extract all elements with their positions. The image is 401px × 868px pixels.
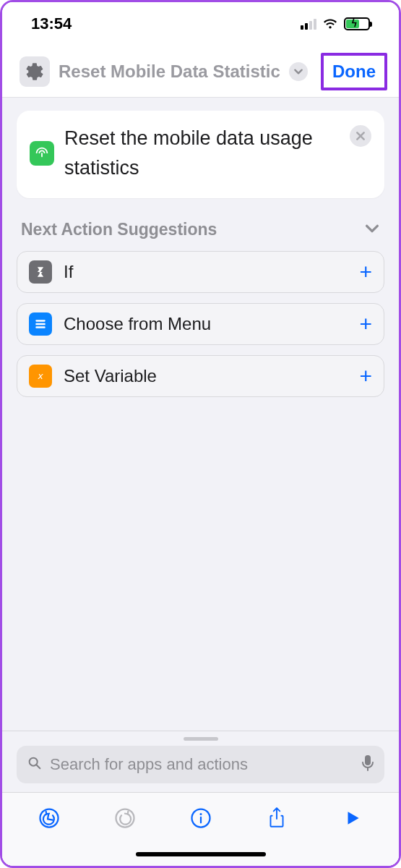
done-button[interactable]: Done [321,53,387,90]
share-button[interactable] [261,802,293,834]
redo-button [109,802,141,834]
suggestion-label: Choose from Menu [64,314,348,334]
action-card[interactable]: Reset the mobile data usage statistics [17,111,384,198]
toolbar [2,792,399,843]
suggestion-label: Set Variable [64,366,348,386]
drag-handle[interactable] [2,731,399,746]
add-suggestion-button[interactable]: + [359,313,372,335]
title-menu-chevron-icon[interactable] [289,62,308,81]
svg-rect-1 [35,323,45,326]
shortcut-title[interactable]: Reset Mobile Data Statistics [59,61,280,82]
clear-action-button[interactable] [350,125,371,147]
svg-text:x: x [38,370,44,381]
battery-icon: ϟ [344,17,370,30]
variable-icon: x [29,365,52,388]
search-icon [27,755,43,774]
run-button[interactable] [337,802,368,834]
wifi-icon [322,18,338,30]
info-button[interactable] [185,802,217,834]
action-title: Reset the mobile data usage statistics [64,124,371,182]
add-suggestion-button[interactable]: + [359,365,372,387]
svg-line-5 [37,765,40,769]
mobile-data-icon [30,141,54,166]
cellular-icon [301,18,316,30]
content-area: Reset the mobile data usage statistics N… [2,98,399,731]
svg-point-11 [199,812,202,814]
status-icons: ϟ [301,17,370,30]
svg-rect-0 [35,320,45,322]
svg-point-4 [30,758,38,766]
suggestion-choose-from-menu[interactable]: Choose from Menu + [17,303,384,345]
nav-bar: Reset Mobile Data Statistics Done [2,46,399,98]
settings-app-icon[interactable] [20,56,50,87]
suggestions-header-label: Next Action Suggestions [21,220,217,239]
bottom-panel [2,731,399,866]
suggestion-set-variable[interactable]: x Set Variable + [17,355,384,397]
chevron-down-icon [364,221,380,239]
undo-button[interactable] [33,802,65,834]
if-icon [29,260,52,284]
status-time: 13:54 [31,14,72,33]
svg-rect-2 [35,326,45,328]
suggestions-header[interactable]: Next Action Suggestions [17,198,384,251]
status-bar: 13:54 ϟ [2,2,399,46]
add-suggestion-button[interactable]: + [359,261,372,283]
menu-icon [29,312,52,336]
svg-rect-6 [365,755,371,765]
search-input[interactable] [50,755,354,774]
microphone-icon[interactable] [361,754,374,775]
home-indicator[interactable] [2,843,399,866]
suggestion-if[interactable]: If + [17,251,384,293]
search-bar[interactable] [17,746,384,783]
suggestion-label: If [64,262,348,282]
